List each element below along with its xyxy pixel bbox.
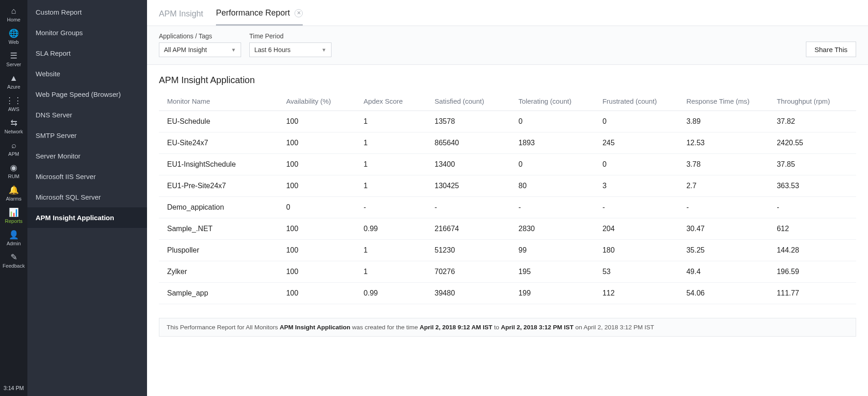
table-row[interactable]: EU-Schedule100113578003.8937.82 [159,111,856,132]
rail-clock: 3:14 PM [4,380,24,396]
rail-item-web[interactable]: 🌐Web [0,25,27,48]
cell-sat: 13400 [430,154,514,175]
footnote-text: This Performance Report for All Monitors [167,324,280,331]
applications-select[interactable]: All APM Insight ▼ [159,42,241,57]
rail-item-feedback[interactable]: ✎Feedback [0,249,27,271]
apm-icon: ⌕ [9,141,18,150]
cell-tol: 195 [514,261,598,283]
server-icon: ☰ [9,51,18,60]
cell-tp: 612 [772,218,856,240]
sidebar-item-custom-report[interactable]: Custom Report [27,2,147,22]
filter-applications-label: Applications / Tags [159,32,241,40]
filter-time-label: Time Period [249,32,331,40]
cell-fru: - [598,197,682,218]
rail-item-alarms[interactable]: 🔔Alarms [0,182,27,204]
rail-item-network[interactable]: ⇆Network [0,115,27,137]
sidebar-item-server-monitor[interactable]: Server Monitor [27,146,147,166]
rail-item-label: Web [9,39,19,45]
column-header[interactable]: Throughput (rpm) [772,92,856,111]
sidebar-item-apm-insight-application[interactable]: APM Insight Application [27,207,147,228]
table-row[interactable]: Sample_.NET1000.99216674283020430.47612 [159,218,856,240]
cell-rt: 2.7 [682,175,772,197]
table-row[interactable]: Zylker1001702761955349.4196.59 [159,261,856,283]
cell-fru: 245 [598,132,682,154]
cell-tp: 111.77 [772,283,856,304]
cell-tol: 0 [514,111,598,132]
cell-tp: 37.82 [772,111,856,132]
table-row[interactable]: Sample_app1000.993948019911254.06111.77 [159,283,856,304]
tab-apm-insight[interactable]: APM Insight [159,9,203,25]
cell-apdex: 0.99 [359,283,430,304]
tab-performance-report[interactable]: Performance Report✕ [216,8,303,26]
table-row[interactable]: EU1-Pre-Site24x710011304258032.7363.53 [159,175,856,197]
filter-applications: Applications / Tags All APM Insight ▼ [159,32,241,57]
column-header[interactable]: Frustrated (count) [598,92,682,111]
sidebar-item-sla-report[interactable]: SLA Report [27,43,147,63]
cell-fru: 112 [598,283,682,304]
column-header[interactable]: Satisfied (count) [430,92,514,111]
cell-rt: - [682,197,772,218]
rail-item-aws[interactable]: ⋮⋮AWS [0,92,27,115]
table-row[interactable]: EU-Site24x71001865640189324512.532420.55 [159,132,856,154]
cell-apdex: 1 [359,175,430,197]
rail-item-home[interactable]: ⌂Home [0,3,27,25]
table-row[interactable]: Pluspoller1001512309918035.25144.28 [159,240,856,261]
cell-sat: 70276 [430,261,514,283]
sidebar-item-microsoft-iis-server[interactable]: Microsoft IIS Server [27,166,147,187]
rail-item-label: Network [5,129,23,134]
rail-item-server[interactable]: ☰Server [0,48,27,70]
cell-avail: 100 [282,175,359,197]
column-header[interactable]: Apdex Score [359,92,430,111]
cell-apdex: 0.99 [359,218,430,240]
sidebar-item-monitor-groups[interactable]: Monitor Groups [27,22,147,43]
cell-sat: - [430,197,514,218]
sidebar-item-dns-server[interactable]: DNS Server [27,105,147,125]
cell-fru: 180 [598,240,682,261]
rail-item-rum[interactable]: ◉RUM [0,159,27,182]
cell-tol: 199 [514,283,598,304]
time-period-select[interactable]: Last 6 Hours ▼ [249,42,331,57]
table-row[interactable]: EU1-InsightSchedule100113400003.7837.85 [159,154,856,175]
cell-avail: 100 [282,240,359,261]
column-header[interactable]: Response Time (ms) [682,92,772,111]
share-button[interactable]: Share This [806,42,856,57]
cell-tol: 1893 [514,132,598,154]
cell-tol: 80 [514,175,598,197]
alarms-icon: 🔔 [9,185,18,195]
web-icon: 🌐 [9,29,18,38]
cell-apdex: 1 [359,240,430,261]
table-row[interactable]: Demo_appication0------ [159,197,856,218]
rail-item-label: Reports [5,218,23,224]
time-period-select-value: Last 6 Hours [254,46,290,53]
cell-fru: 53 [598,261,682,283]
cell-name: EU1-Pre-Site24x7 [159,175,282,197]
tab-bar: APM InsightPerformance Report✕ [147,0,868,26]
close-icon[interactable]: ✕ [295,9,303,17]
rail-item-azure[interactable]: ▲Azure [0,70,27,92]
rail-item-admin[interactable]: 👤Admin [0,227,27,249]
rail-item-label: Server [6,62,21,67]
sidebar-item-web-page-speed-browser-[interactable]: Web Page Speed (Browser) [27,84,147,105]
cell-avail: 100 [282,132,359,154]
cell-tp: 2420.55 [772,132,856,154]
rail-item-apm[interactable]: ⌕APM [0,137,27,159]
sidebar-item-smtp-server[interactable]: SMTP Server [27,125,147,146]
cell-tol: 0 [514,154,598,175]
performance-table: Monitor NameAvailability (%)Apdex ScoreS… [159,92,856,304]
cell-sat: 51230 [430,240,514,261]
sidebar-item-microsoft-sql-server[interactable]: Microsoft SQL Server [27,187,147,207]
cell-apdex: 1 [359,261,430,283]
rail-item-reports[interactable]: 📊Reports [0,204,27,227]
cell-rt: 54.06 [682,283,772,304]
column-header[interactable]: Tolerating (count) [514,92,598,111]
cell-rt: 35.25 [682,240,772,261]
cell-fru: 0 [598,111,682,132]
rail-item-label: Alarms [6,196,21,201]
report-content: APM Insight Application Monitor NameAvai… [147,65,868,396]
sidebar-item-website[interactable]: Website [27,63,147,84]
cell-name: Zylker [159,261,282,283]
column-header[interactable]: Availability (%) [282,92,359,111]
report-sidebar: Custom ReportMonitor GroupsSLA ReportWeb… [27,0,147,396]
cell-rt: 49.4 [682,261,772,283]
column-header[interactable]: Monitor Name [159,92,282,111]
